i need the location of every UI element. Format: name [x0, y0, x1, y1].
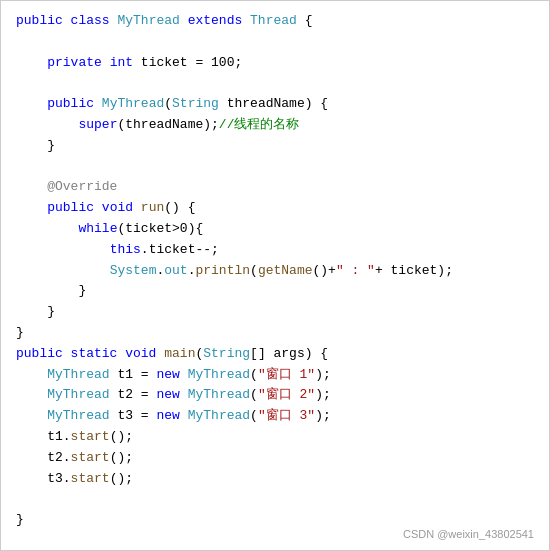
code-line: [16, 157, 534, 178]
code-line: while(ticket>0){: [16, 219, 534, 240]
code-line: }: [16, 281, 534, 302]
code-line: System.out.println(getName()+" : "+ tick…: [16, 261, 534, 282]
code-block: public class MyThread extends Thread { p…: [16, 11, 534, 531]
watermark: CSDN @weixin_43802541: [403, 528, 534, 540]
code-line: [16, 489, 534, 510]
code-line: private int ticket = 100;: [16, 53, 534, 74]
code-line: public MyThread(String threadName) {: [16, 94, 534, 115]
code-line: @Override: [16, 177, 534, 198]
code-line: [16, 73, 534, 94]
code-line: MyThread t1 = new MyThread("窗口 1");: [16, 365, 534, 386]
code-line: t2.start();: [16, 448, 534, 469]
code-line: }: [16, 136, 534, 157]
code-line: }: [16, 302, 534, 323]
code-line: this.ticket--;: [16, 240, 534, 261]
code-line: t3.start();: [16, 469, 534, 490]
code-line: public class MyThread extends Thread {: [16, 11, 534, 32]
code-line: public static void main(String[] args) {: [16, 344, 534, 365]
code-line: [16, 32, 534, 53]
code-container: public class MyThread extends Thread { p…: [0, 0, 550, 551]
code-line: MyThread t3 = new MyThread("窗口 3");: [16, 406, 534, 427]
code-line: t1.start();: [16, 427, 534, 448]
code-line: public void run() {: [16, 198, 534, 219]
code-line: }: [16, 323, 534, 344]
code-line: super(threadName);//线程的名称: [16, 115, 534, 136]
code-line: MyThread t2 = new MyThread("窗口 2");: [16, 385, 534, 406]
